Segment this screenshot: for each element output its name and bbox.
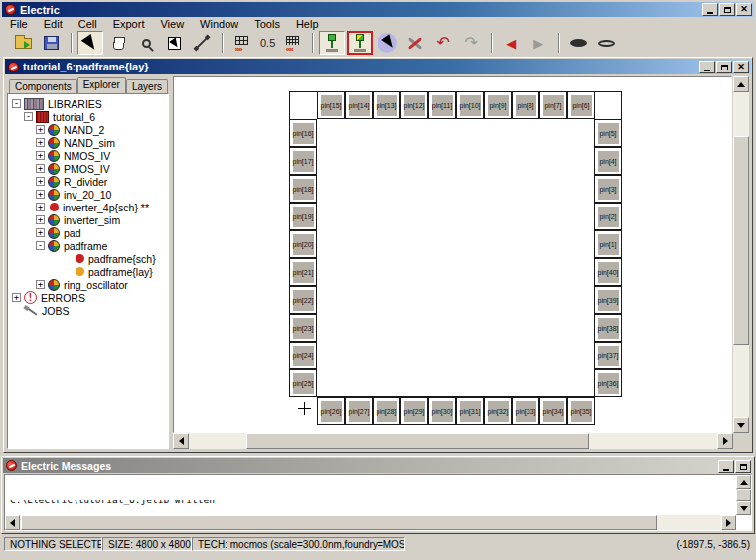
menu-file[interactable]: File — [2, 18, 36, 30]
pad-cell-39[interactable]: pin[39] — [594, 286, 622, 314]
pad-cell-9[interactable]: pin[9] — [484, 91, 512, 119]
expand-plus-icon[interactable]: + — [36, 228, 45, 237]
pad-cell-25[interactable]: pin[25] — [289, 369, 317, 397]
pad-instance[interactable]: pin[11] — [432, 95, 453, 116]
collapse-minus-icon[interactable]: - — [36, 241, 45, 250]
expand-plus-icon[interactable]: + — [36, 215, 45, 224]
pad-cell-26[interactable]: pin[26] — [317, 397, 345, 425]
collapse-minus-icon[interactable]: - — [12, 99, 21, 108]
pad-instance[interactable]: pin[2] — [598, 207, 619, 227]
messages-hscroll-thumb[interactable] — [21, 515, 657, 530]
pad-instance[interactable]: pin[39] — [598, 290, 619, 311]
show-ports-button[interactable] — [319, 31, 345, 55]
messages-maximize-button[interactable] — [735, 460, 751, 473]
edit-minimize-button[interactable] — [699, 61, 715, 73]
scroll-up-button[interactable] — [736, 475, 751, 489]
go-forward-button[interactable]: ▶ — [526, 31, 551, 55]
pad-instance[interactable]: pin[36] — [598, 373, 619, 394]
pad-instance[interactable]: pin[7] — [543, 95, 564, 116]
pad-instance[interactable]: pin[17] — [293, 151, 314, 172]
pad-cell-31[interactable]: pin[31] — [456, 397, 484, 425]
tree-item-pad[interactable]: +pad — [8, 226, 168, 239]
menu-window[interactable]: Window — [192, 18, 246, 30]
menu-help[interactable]: Help — [288, 18, 327, 30]
messages-minimize-button[interactable] — [718, 460, 734, 473]
pad-instance[interactable]: pin[27] — [349, 401, 370, 422]
scroll-left-button[interactable] — [5, 515, 20, 530]
pad-cell-7[interactable]: pin[7] — [539, 91, 567, 119]
tree-item-inverter-4p-sch[interactable]: +inverter_4p{sch} ** — [8, 201, 168, 213]
select-tool-button[interactable] — [77, 31, 103, 55]
tree-item-tutorial-6[interactable]: -tutorial_6 — [8, 110, 168, 123]
go-back-button[interactable]: ◀ — [498, 31, 524, 55]
tree-item-r-divider[interactable]: +R_divider — [8, 175, 168, 188]
pad-cell-34[interactable]: pin[34] — [539, 397, 567, 425]
expand-plus-icon[interactable]: + — [36, 164, 45, 173]
tree-item-inv-20-10[interactable]: +inv_20_10 — [8, 188, 168, 201]
canvas-vertical-scrollbar[interactable] — [733, 76, 749, 433]
pad-cell-11[interactable]: pin[11] — [428, 91, 456, 119]
expand-plus-icon[interactable]: + — [36, 203, 45, 211]
main-title-bar[interactable]: Electric ✕ — [2, 2, 754, 17]
pad-cell-29[interactable]: pin[29] — [400, 397, 428, 425]
pad-cell-36[interactable]: pin[36] — [594, 369, 622, 397]
click-zoom-wire-button[interactable] — [375, 31, 400, 55]
pad-instance[interactable]: pin[25] — [293, 373, 314, 394]
pad-instance[interactable]: pin[12] — [404, 95, 425, 116]
pad-instance[interactable]: pin[4] — [598, 151, 619, 172]
scroll-down-button[interactable] — [733, 417, 749, 433]
menu-cell[interactable]: Cell — [71, 18, 105, 30]
pad-cell-8[interactable]: pin[8] — [512, 91, 539, 119]
tree-item-errors[interactable]: +!ERRORS — [8, 291, 168, 304]
pad-cell-10[interactable]: pin[10] — [456, 91, 484, 119]
tab-layers[interactable]: Layers — [126, 79, 168, 93]
pad-instance[interactable]: pin[6] — [571, 95, 592, 116]
pad-cell-16[interactable]: pin[16] — [289, 119, 317, 147]
tree-item-inverter-sim[interactable]: +inverter_sim — [8, 213, 168, 226]
pad-cell-14[interactable]: pin[14] — [345, 91, 373, 119]
unexpand-cell-button[interactable] — [593, 31, 619, 55]
pad-cell-5[interactable]: pin[5] — [594, 119, 622, 147]
padframe-outline[interactable] — [289, 91, 622, 397]
tree-item-nand-2[interactable]: +NAND_2 — [8, 123, 168, 136]
tree-item-libraries[interactable]: -LIBRARIES — [8, 97, 168, 110]
pad-instance[interactable]: pin[32] — [488, 401, 509, 422]
scroll-up-button[interactable] — [733, 76, 749, 92]
outline-tool-button[interactable] — [161, 31, 187, 55]
pad-instance[interactable]: pin[15] — [321, 95, 342, 116]
pad-instance[interactable]: pin[18] — [293, 179, 314, 200]
pad-cell-32[interactable]: pin[32] — [484, 397, 512, 425]
pad-cell-18[interactable]: pin[18] — [289, 175, 317, 203]
expand-plus-icon[interactable]: + — [36, 280, 45, 289]
vscroll-thumb[interactable] — [733, 136, 749, 345]
pad-instance[interactable]: pin[23] — [293, 318, 314, 339]
pad-instance[interactable]: pin[35] — [571, 401, 592, 422]
pad-cell-30[interactable]: pin[30] — [428, 397, 456, 425]
pad-instance[interactable]: pin[10] — [460, 95, 481, 116]
pad-cell-40[interactable]: pin[40] — [594, 258, 622, 286]
tree-item-jobs[interactable]: JOBS — [8, 304, 168, 317]
pad-cell-4[interactable]: pin[4] — [594, 147, 622, 175]
pad-instance[interactable]: pin[31] — [460, 401, 481, 422]
pad-cell-27[interactable]: pin[27] — [345, 397, 373, 425]
pad-cell-12[interactable]: pin[12] — [400, 91, 428, 119]
pad-instance[interactable]: pin[19] — [293, 207, 314, 227]
undo-button[interactable]: ↶ — [430, 31, 456, 55]
pad-instance[interactable]: pin[38] — [598, 318, 619, 339]
messages-title-bar[interactable]: Electric Messages — [3, 458, 753, 473]
pad-cell-13[interactable]: pin[13] — [373, 91, 400, 119]
tree-item-nmos-iv[interactable]: +NMOS_IV — [8, 149, 168, 162]
expand-plus-icon[interactable]: + — [36, 138, 45, 147]
pad-cell-28[interactable]: pin[28] — [373, 397, 400, 425]
minimize-button[interactable] — [702, 3, 718, 16]
pad-instance[interactable]: pin[14] — [349, 95, 370, 116]
pad-instance[interactable]: pin[8] — [516, 95, 536, 116]
menu-edit[interactable]: Edit — [36, 18, 71, 30]
pan-tool-button[interactable] — [105, 31, 131, 55]
preferences-button[interactable] — [402, 31, 428, 55]
pad-cell-17[interactable]: pin[17] — [289, 147, 317, 175]
close-button[interactable]: ✕ — [736, 3, 752, 16]
pad-instance[interactable]: pin[37] — [598, 346, 619, 366]
zoom-tool-button[interactable] — [133, 31, 159, 55]
tree-item-padframe-sch[interactable]: padframe{sch} — [8, 252, 168, 265]
